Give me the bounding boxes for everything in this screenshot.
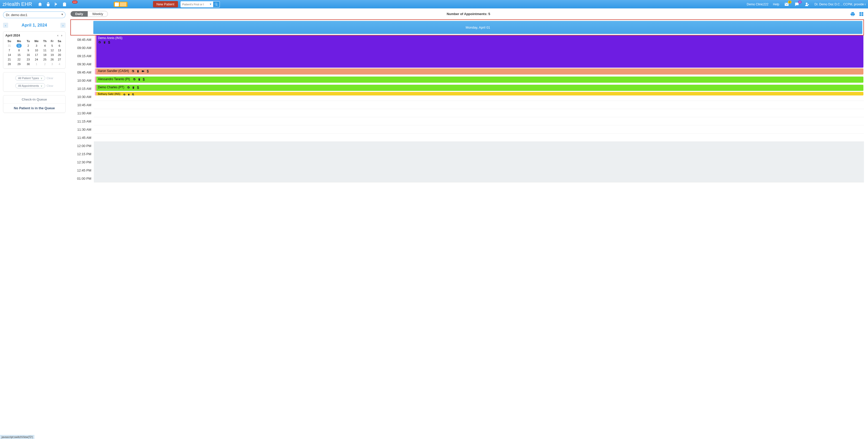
schedule-row[interactable]: [94, 101, 864, 109]
help-link[interactable]: Help: [773, 3, 779, 6]
minical-day[interactable]: 2: [25, 43, 32, 48]
minical-day[interactable]: 11: [41, 48, 49, 53]
minical-day[interactable]: 12: [49, 48, 56, 53]
notification-badge[interactable]: 122: [70, 2, 75, 7]
trash-icon[interactable]: [136, 70, 140, 73]
dollar-icon[interactable]: $: [147, 69, 149, 73]
dollar-icon[interactable]: $: [137, 86, 139, 90]
appointment-block[interactable]: Demo Annis (INS)$: [95, 35, 863, 68]
minical-day[interactable]: 18: [41, 53, 49, 57]
gear-icon[interactable]: [127, 86, 130, 89]
view-daily[interactable]: Daily: [71, 11, 88, 17]
minical-day[interactable]: 14: [5, 53, 13, 57]
minical-day[interactable]: 25: [41, 57, 49, 62]
clinic-link[interactable]: Demo Clinic222: [747, 3, 769, 6]
minical-day[interactable]: 8: [13, 48, 25, 53]
gear-icon[interactable]: [98, 41, 101, 44]
schedule-row[interactable]: [94, 174, 864, 182]
appointment-block[interactable]: Alessandro Taranto (PI)$: [95, 77, 863, 83]
minical-day[interactable]: 7: [5, 48, 13, 53]
grid-icon[interactable]: [859, 11, 864, 17]
mail-icon[interactable]: 0: [784, 2, 789, 7]
minical-day[interactable]: 29: [13, 62, 25, 66]
minical-day[interactable]: 17: [32, 53, 41, 57]
view-weekly[interactable]: Weekly: [88, 11, 107, 17]
schedule-row[interactable]: [94, 142, 864, 150]
minical-day[interactable]: 4: [41, 43, 49, 48]
minical-day[interactable]: 6: [56, 43, 63, 48]
minical-day[interactable]: 22: [13, 57, 25, 62]
minical-day[interactable]: 24: [32, 57, 41, 62]
schedule-row[interactable]: [94, 125, 864, 134]
minical-day[interactable]: 2: [41, 62, 49, 66]
gear-icon[interactable]: [123, 93, 125, 95]
gear-icon[interactable]: [131, 70, 134, 73]
minical-day[interactable]: 30: [25, 62, 32, 66]
minical-prev[interactable]: ‹: [56, 34, 59, 37]
minical-day[interactable]: 16: [25, 53, 32, 57]
trash-icon[interactable]: [132, 86, 135, 89]
clear-patient-types[interactable]: Clear: [46, 77, 53, 80]
patient-search[interactable]: ▼: [181, 1, 220, 7]
appointment-block[interactable]: Bethany Saltz (INS)$: [95, 92, 863, 95]
minical-day[interactable]: 20: [56, 53, 63, 57]
schedule-row[interactable]: [94, 166, 864, 174]
minical-day[interactable]: 5: [49, 43, 56, 48]
minical-next[interactable]: ›: [60, 34, 63, 37]
video-icon[interactable]: [142, 70, 145, 73]
minical-day[interactable]: 27: [56, 57, 63, 62]
new-patient-button[interactable]: New Patient: [153, 1, 178, 7]
schedule-row[interactable]: [94, 134, 864, 142]
minical-day[interactable]: 31: [5, 43, 13, 48]
appointments-filter[interactable]: All Appointments ∨: [15, 83, 45, 88]
minical-day[interactable]: 3: [49, 62, 56, 66]
minical-day[interactable]: 23: [25, 57, 32, 62]
patient-types-label: All Patient Types: [18, 77, 39, 80]
minical-day[interactable]: 9: [25, 48, 32, 53]
minical-day[interactable]: 21: [5, 57, 13, 62]
basket-icon[interactable]: [45, 2, 51, 7]
dollar-icon[interactable]: $: [143, 77, 145, 81]
prev-day-button[interactable]: ‹: [3, 23, 8, 28]
gift-icon[interactable]: [114, 2, 127, 7]
minical-day[interactable]: 13: [56, 48, 63, 53]
gear-icon[interactable]: [133, 78, 136, 81]
flag-icon[interactable]: [54, 2, 59, 7]
schedule-row[interactable]: [94, 150, 864, 158]
search-button[interactable]: [213, 1, 220, 7]
appointment-block[interactable]: Demo Charles (PT)$: [95, 85, 863, 91]
clear-appointments[interactable]: Clear: [46, 84, 53, 87]
trash-icon[interactable]: [127, 93, 130, 95]
dollar-icon[interactable]: $: [108, 40, 110, 45]
print-icon[interactable]: [850, 11, 855, 17]
minical-day[interactable]: 1: [13, 43, 25, 48]
minical-day[interactable]: 4: [56, 62, 63, 66]
trash-icon[interactable]: [103, 41, 106, 44]
time-label: 10:00 AM: [70, 76, 94, 85]
trash-icon[interactable]: [138, 78, 141, 81]
dollar-icon[interactable]: $: [132, 93, 134, 95]
minical-day[interactable]: 28: [5, 62, 13, 66]
schedule-row[interactable]: [94, 117, 864, 125]
minical-day[interactable]: 10: [32, 48, 41, 53]
minical-day[interactable]: 26: [49, 57, 56, 62]
minical-day[interactable]: 19: [49, 53, 56, 57]
chevron-down-icon: ∨: [40, 85, 42, 87]
home-icon[interactable]: [37, 2, 43, 7]
appointment-block[interactable]: Aaron Sandler (CASH)$: [95, 68, 863, 75]
search-input[interactable]: [181, 3, 208, 6]
search-dropdown-caret[interactable]: ▼: [208, 3, 213, 6]
clipboard-icon[interactable]: [62, 2, 67, 7]
next-day-button[interactable]: ›: [60, 23, 65, 28]
patient-types-filter[interactable]: All Patient Types ∨: [15, 76, 45, 81]
doctor-select[interactable]: Dr. demo doc1: [3, 11, 65, 18]
minical-day[interactable]: 1: [32, 62, 41, 66]
schedule-row[interactable]: [94, 158, 864, 166]
schedule-row[interactable]: [94, 109, 864, 117]
minical-day[interactable]: 15: [13, 53, 25, 57]
minical-day[interactable]: 3: [32, 43, 41, 48]
appointment-label: Aaron Sandler (CASH): [98, 69, 129, 73]
add-user-icon[interactable]: [804, 2, 810, 7]
user-menu[interactable]: Dr. Demo Doc D.C. , CCPM, provide r▾: [814, 3, 865, 6]
chat-icon[interactable]: 0: [794, 2, 800, 7]
